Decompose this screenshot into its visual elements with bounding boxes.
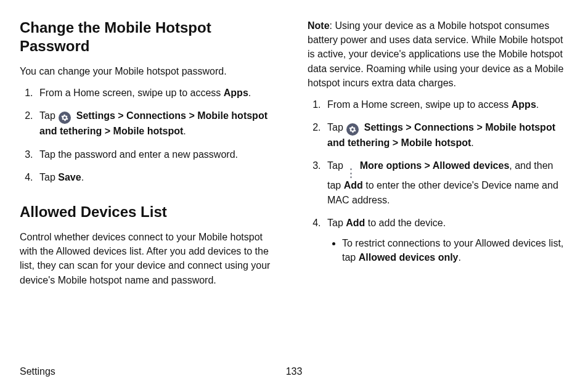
sep: > [105,126,113,136]
connections-label: Connections [414,122,474,133]
text: Tap [39,110,58,121]
note: Note: Using your device as a Mobile hots… [308,18,568,90]
add-label: Add [346,218,365,228]
text: Tap [327,218,346,228]
sep: > [189,110,197,121]
heading-change-password: Change the Mobile Hotspot Password [20,18,280,55]
footer-section: Settings [20,366,55,377]
heading-allowed-devices: Allowed Devices List [20,203,280,221]
save-label: Save [58,172,81,182]
step-3: Tap the password and enter a new passwor… [36,147,280,161]
period: . [459,252,461,263]
step-2: Tap Settings > Connections > Mobile hots… [36,108,280,138]
text: Tap [39,172,58,182]
steps-change-password: From a Home screen, swipe up to access A… [20,86,280,184]
right-column: Note: Using your device as a Mobile hots… [308,18,568,295]
step-4: Tap Save. [36,170,280,184]
period: . [471,137,473,148]
allowed-devices-label: Allowed devices [433,160,510,171]
apps-label: Apps [512,99,536,110]
gear-icon [59,112,71,124]
apps-label: Apps [224,88,248,98]
more-options-icon [347,168,354,178]
bullet-allowed-only: To restrict connections to your Allowed … [342,236,568,264]
step-2: Tap Settings > Connections > Mobile hots… [324,120,568,150]
gear-icon [346,123,359,136]
note-label: Note [308,20,330,31]
step-3: Tap More options > Allowed devices, and … [324,158,568,206]
allowed-only-label: Allowed devices only [359,252,459,263]
more-options-label: More options [360,160,422,171]
sep: > [393,137,401,148]
hotspot-label: Mobile hotspot [113,126,184,136]
intro-change-password: You can change your Mobile hotspot passw… [20,64,280,78]
sep: > [118,110,126,121]
page-footer: Settings 133 [20,366,568,377]
substeps: To restrict connections to your Allowed … [327,236,568,264]
settings-label: Settings [364,122,403,133]
period: . [183,126,186,136]
connections-label: Connections [126,110,186,121]
period: . [248,88,251,98]
left-column: Change the Mobile Hotspot Password You c… [20,18,280,295]
text: to add the device. [365,218,446,228]
sep: > [476,122,485,133]
page-number: 133 [286,366,303,377]
add-label: Add [344,180,363,190]
steps-allowed-devices: From a Home screen, swipe up to access A… [308,97,568,264]
note-body: : Using your device as a Mobile hotspot … [308,20,563,88]
period: . [536,99,539,110]
step-1: From a Home screen, swipe up to access A… [36,86,280,100]
text: Tap [327,160,346,171]
settings-label: Settings [76,110,115,121]
sep: > [406,122,414,133]
period: . [81,172,84,182]
text: From a Home screen, swipe up to access [327,99,512,110]
text: Tap [327,122,346,133]
step-1: From a Home screen, swipe up to access A… [324,97,568,112]
sep: > [425,160,433,171]
text: From a Home screen, swipe up to access [39,88,224,98]
hotspot-label: Mobile hotspot [401,137,472,148]
intro-allowed-devices: Control whether devices connect to your … [20,230,280,287]
step-4: Tap Add to add the device. To restrict c… [324,216,568,265]
